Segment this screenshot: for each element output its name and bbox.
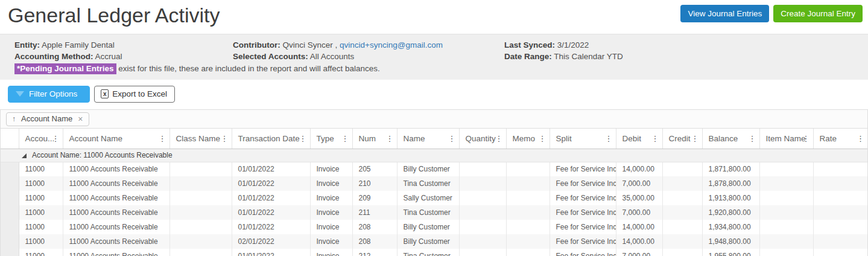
cell-rate xyxy=(813,191,867,205)
column-header-account[interactable]: Accou...⋮ xyxy=(19,129,63,149)
column-label: Item Name xyxy=(766,134,806,143)
remove-group-icon[interactable]: × xyxy=(78,114,83,124)
column-menu-icon[interactable]: ⋮ xyxy=(448,134,456,143)
cell-account: 11000 xyxy=(19,191,63,205)
column-header-num[interactable]: Num⋮ xyxy=(352,129,397,149)
cell-item_name xyxy=(759,205,813,220)
cell-debit: 14,000.00 xyxy=(616,220,662,234)
column-label: Balance xyxy=(709,134,738,143)
column-menu-icon[interactable]: ⋮ xyxy=(749,134,756,143)
table-row[interactable]: 1100011000 Accounts Receivable01/01/2022… xyxy=(1,176,867,191)
cell-memo xyxy=(506,176,550,191)
group-chip-account-name[interactable]: ↑ Account Name × xyxy=(6,112,89,126)
column-menu-icon[interactable]: ⋮ xyxy=(52,134,60,143)
column-header-quantity[interactable]: Quantity⋮ xyxy=(459,129,506,149)
cell-transaction_date: 01/01/2022 xyxy=(232,191,310,205)
column-menu-icon[interactable]: ⋮ xyxy=(495,134,503,143)
view-journal-entries-button[interactable]: View Journal Entries xyxy=(680,5,769,22)
cell-item_name xyxy=(759,220,813,234)
column-label: Name xyxy=(404,134,425,143)
cell-split: Fee for Service Inco... xyxy=(550,249,616,256)
table-row[interactable]: 1100011000 Accounts Receivable01/01/2022… xyxy=(1,205,867,220)
cell-credit xyxy=(662,234,702,249)
column-header-debit[interactable]: Debit⋮ xyxy=(616,129,662,149)
column-menu-icon[interactable]: ⋮ xyxy=(651,134,659,143)
column-label: Account Name xyxy=(69,134,123,143)
column-menu-icon[interactable]: ⋮ xyxy=(691,134,699,143)
table-row[interactable]: 1100011000 Accounts Receivable01/01/2022… xyxy=(1,191,867,205)
cell-rate xyxy=(813,176,867,191)
column-header-rate[interactable]: Rate⋮ xyxy=(813,129,867,149)
column-header-account_name[interactable]: Account Name⋮ xyxy=(63,129,169,149)
column-menu-icon[interactable]: ⋮ xyxy=(341,134,349,143)
cell-item_name xyxy=(759,176,813,191)
cell-account_name: 11000 Accounts Receivable xyxy=(63,234,169,249)
column-menu-icon[interactable]: ⋮ xyxy=(539,134,546,143)
cell-memo xyxy=(506,234,550,249)
cell-credit xyxy=(662,162,702,176)
row-gutter-cell xyxy=(1,191,19,205)
cell-num: 208 xyxy=(352,220,397,234)
cell-num: 208 xyxy=(352,234,397,249)
table-row[interactable]: 1100011000 Accounts Receivable01/01/2022… xyxy=(1,162,867,176)
column-header-name[interactable]: Name⋮ xyxy=(397,129,459,149)
header-actions: View Journal Entries Create Journal Entr… xyxy=(680,5,863,22)
cell-rate xyxy=(813,205,867,220)
cell-split: Fee for Service Inco... xyxy=(550,191,616,205)
pending-journal-highlight: *Pending Journal Entries xyxy=(14,63,116,74)
sort-ascending-icon[interactable]: ↑ xyxy=(12,115,16,123)
cell-name: Billy Customer xyxy=(397,234,459,249)
cell-transaction_date: 01/01/2022 xyxy=(232,205,310,220)
selected-accounts-info: Selected Accounts: All Accounts xyxy=(233,51,504,62)
cell-split: Fee for Service Inco... xyxy=(550,176,616,191)
cell-type: Invoice xyxy=(310,205,352,220)
cell-item_name xyxy=(759,162,813,176)
column-menu-icon[interactable]: ⋮ xyxy=(221,134,229,143)
column-menu-icon[interactable]: ⋮ xyxy=(857,134,864,143)
column-header-credit[interactable]: Credit⋮ xyxy=(662,129,702,149)
column-header-type[interactable]: Type⋮ xyxy=(310,129,352,149)
entity-info: Entity: Apple Family Dental xyxy=(14,39,233,51)
column-header-split[interactable]: Split⋮ xyxy=(550,129,616,149)
column-header-transaction_date[interactable]: Transaction Date⋮ xyxy=(232,129,310,149)
column-header-item_name[interactable]: Item Name⋮ xyxy=(759,129,813,149)
column-header-memo[interactable]: Memo⋮ xyxy=(506,129,550,149)
cell-split: Fee for Service Inco... xyxy=(550,234,616,249)
column-menu-icon[interactable]: ⋮ xyxy=(605,134,613,143)
cell-num: 209 xyxy=(352,191,397,205)
cell-split: Fee for Service Inco... xyxy=(550,162,616,176)
cell-account_name: 11000 Accounts Receivable xyxy=(63,176,169,191)
row-gutter-cell xyxy=(1,205,19,220)
column-menu-icon[interactable]: ⋮ xyxy=(802,134,810,143)
column-label: Accou... xyxy=(25,134,55,143)
column-menu-icon[interactable]: ⋮ xyxy=(299,134,307,143)
cell-transaction_date: 01/01/2022 xyxy=(232,220,310,234)
table-row[interactable]: 1100011000 Accounts Receivable01/01/2022… xyxy=(1,220,867,234)
cell-credit xyxy=(662,249,702,256)
column-menu-icon[interactable]: ⋮ xyxy=(159,134,166,143)
group-header-row[interactable]: Account Name: 11000 Accounts Receivable xyxy=(1,149,867,162)
column-header-balance[interactable]: Balance⋮ xyxy=(702,129,759,149)
cell-quantity xyxy=(459,176,506,191)
cell-credit xyxy=(662,176,702,191)
column-menu-icon[interactable]: ⋮ xyxy=(386,134,394,143)
cell-item_name xyxy=(759,249,813,256)
cell-class_name xyxy=(169,191,232,205)
ledger-grid: ↑ Account Name × Accou...⋮Account Name⋮C… xyxy=(0,109,868,256)
column-header-class_name[interactable]: Class Name⋮ xyxy=(169,129,232,149)
excel-icon: x xyxy=(101,89,109,98)
cell-type: Invoice xyxy=(310,234,352,249)
cell-account: 11000 xyxy=(19,205,63,220)
export-to-excel-button[interactable]: x Export to Excel xyxy=(94,86,175,103)
collapse-group-icon[interactable] xyxy=(22,153,27,158)
cell-account: 11000 xyxy=(19,176,63,191)
table-row[interactable]: 1100011000 Accounts Receivable01/01/2022… xyxy=(1,249,867,256)
cell-balance: 1,934,800.00 xyxy=(702,220,759,234)
create-journal-entry-button[interactable]: Create Journal Entry xyxy=(773,5,863,22)
filter-options-button[interactable]: Filter Options xyxy=(8,86,90,103)
cell-transaction_date: 01/01/2022 xyxy=(232,176,310,191)
cell-credit xyxy=(662,205,702,220)
contributor-email-link[interactable]: qvincid+syncing@gmail.com xyxy=(340,40,443,50)
cell-quantity xyxy=(459,234,506,249)
table-row[interactable]: 1100011000 Accounts Receivable02/01/2022… xyxy=(1,234,867,249)
